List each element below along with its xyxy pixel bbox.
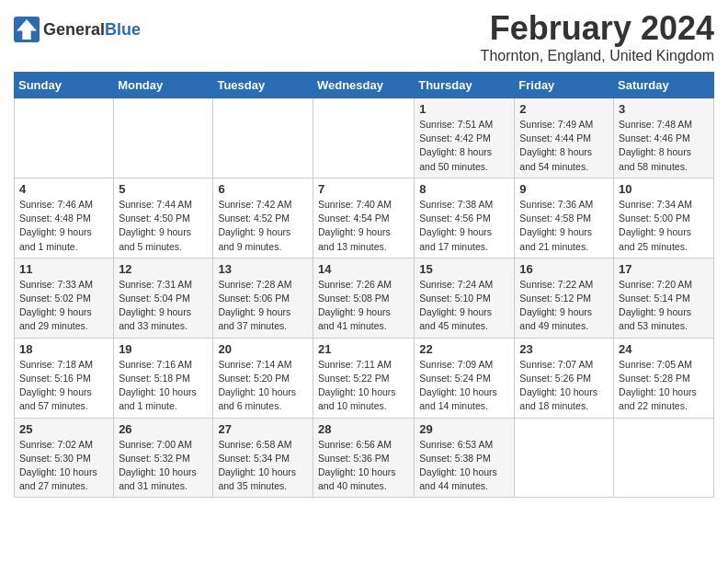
- day-number: 18: [19, 342, 108, 356]
- logo-text: GeneralBlue: [43, 20, 141, 40]
- calendar-cell: 13Sunrise: 7:28 AMSunset: 5:06 PMDayligh…: [213, 258, 313, 338]
- day-info: Sunrise: 7:02 AMSunset: 5:30 PMDaylight:…: [19, 438, 108, 494]
- day-number: 15: [419, 262, 509, 276]
- week-row-1: 1Sunrise: 7:51 AMSunset: 4:42 PMDaylight…: [15, 98, 714, 178]
- day-info: Sunrise: 7:09 AMSunset: 5:24 PMDaylight:…: [419, 358, 509, 414]
- calendar-table: SundayMondayTuesdayWednesdayThursdayFrid…: [14, 72, 714, 498]
- calendar-cell: 17Sunrise: 7:20 AMSunset: 5:14 PMDayligh…: [614, 258, 714, 338]
- calendar-cell: 3Sunrise: 7:48 AMSunset: 4:46 PMDaylight…: [614, 98, 714, 178]
- day-number: 12: [119, 262, 208, 276]
- calendar-header: SundayMondayTuesdayWednesdayThursdayFrid…: [15, 73, 714, 98]
- week-row-3: 11Sunrise: 7:33 AMSunset: 5:02 PMDayligh…: [15, 258, 714, 338]
- header: GeneralBlue February 2024 Thornton, Engl…: [14, 9, 714, 64]
- week-row-2: 4Sunrise: 7:46 AMSunset: 4:48 PMDaylight…: [15, 178, 714, 258]
- calendar-cell: 8Sunrise: 7:38 AMSunset: 4:56 PMDaylight…: [415, 178, 515, 258]
- day-number: 16: [519, 262, 609, 276]
- month-title: February 2024: [481, 9, 714, 48]
- calendar-cell: 4Sunrise: 7:46 AMSunset: 4:48 PMDaylight…: [15, 178, 114, 258]
- calendar-cell: 24Sunrise: 7:05 AMSunset: 5:28 PMDayligh…: [614, 338, 714, 418]
- calendar-cell: 7Sunrise: 7:40 AMSunset: 4:54 PMDaylight…: [313, 178, 414, 258]
- calendar-cell: [614, 418, 714, 498]
- calendar-cell: 16Sunrise: 7:22 AMSunset: 5:12 PMDayligh…: [515, 258, 614, 338]
- header-day-tuesday: Tuesday: [213, 73, 313, 98]
- calendar-cell: 26Sunrise: 7:00 AMSunset: 5:32 PMDayligh…: [114, 418, 213, 498]
- day-number: 10: [619, 182, 709, 196]
- day-number: 17: [619, 262, 709, 276]
- day-info: Sunrise: 7:36 AMSunset: 4:58 PMDaylight:…: [519, 198, 609, 254]
- day-number: 13: [218, 262, 308, 276]
- day-number: 3: [619, 102, 709, 116]
- calendar-cell: 21Sunrise: 7:11 AMSunset: 5:22 PMDayligh…: [313, 338, 414, 418]
- calendar-cell: 1Sunrise: 7:51 AMSunset: 4:42 PMDaylight…: [415, 98, 515, 178]
- logo: GeneralBlue: [14, 17, 141, 42]
- day-info: Sunrise: 6:58 AMSunset: 5:34 PMDaylight:…: [218, 438, 308, 494]
- day-info: Sunrise: 7:48 AMSunset: 4:46 PMDaylight:…: [619, 118, 709, 174]
- calendar-cell: [515, 418, 614, 498]
- header-row: SundayMondayTuesdayWednesdayThursdayFrid…: [15, 73, 714, 98]
- day-info: Sunrise: 7:46 AMSunset: 4:48 PMDaylight:…: [19, 198, 108, 254]
- header-day-monday: Monday: [114, 73, 213, 98]
- location: Thornton, England, United Kingdom: [481, 48, 714, 64]
- day-number: 27: [218, 422, 308, 436]
- logo-icon: [14, 17, 40, 42]
- day-info: Sunrise: 7:51 AMSunset: 4:42 PMDaylight:…: [419, 118, 509, 174]
- day-number: 26: [119, 422, 208, 436]
- calendar-cell: 27Sunrise: 6:58 AMSunset: 5:34 PMDayligh…: [213, 418, 313, 498]
- calendar-cell: [15, 98, 114, 178]
- day-number: 23: [519, 342, 609, 356]
- calendar-cell: 12Sunrise: 7:31 AMSunset: 5:04 PMDayligh…: [114, 258, 213, 338]
- day-info: Sunrise: 6:56 AMSunset: 5:36 PMDaylight:…: [318, 438, 409, 494]
- calendar-cell: 25Sunrise: 7:02 AMSunset: 5:30 PMDayligh…: [15, 418, 114, 498]
- day-number: 2: [519, 102, 609, 116]
- calendar-cell: 14Sunrise: 7:26 AMSunset: 5:08 PMDayligh…: [313, 258, 414, 338]
- day-info: Sunrise: 7:34 AMSunset: 5:00 PMDaylight:…: [619, 198, 709, 254]
- day-info: Sunrise: 7:22 AMSunset: 5:12 PMDaylight:…: [519, 278, 609, 334]
- day-info: Sunrise: 7:24 AMSunset: 5:10 PMDaylight:…: [419, 278, 509, 334]
- calendar-cell: 9Sunrise: 7:36 AMSunset: 4:58 PMDaylight…: [515, 178, 614, 258]
- day-info: Sunrise: 7:31 AMSunset: 5:04 PMDaylight:…: [119, 278, 208, 334]
- day-info: Sunrise: 7:11 AMSunset: 5:22 PMDaylight:…: [318, 358, 409, 414]
- calendar-cell: [114, 98, 213, 178]
- calendar-cell: 11Sunrise: 7:33 AMSunset: 5:02 PMDayligh…: [15, 258, 114, 338]
- day-number: 4: [19, 182, 108, 196]
- day-number: 1: [419, 102, 509, 116]
- day-info: Sunrise: 7:42 AMSunset: 4:52 PMDaylight:…: [218, 198, 308, 254]
- header-day-saturday: Saturday: [614, 73, 714, 98]
- day-info: Sunrise: 7:28 AMSunset: 5:06 PMDaylight:…: [218, 278, 308, 334]
- calendar-body: 1Sunrise: 7:51 AMSunset: 4:42 PMDaylight…: [15, 98, 714, 498]
- day-number: 25: [19, 422, 108, 436]
- calendar-cell: 15Sunrise: 7:24 AMSunset: 5:10 PMDayligh…: [415, 258, 515, 338]
- day-info: Sunrise: 7:00 AMSunset: 5:32 PMDaylight:…: [119, 438, 208, 494]
- day-info: Sunrise: 6:53 AMSunset: 5:38 PMDaylight:…: [419, 438, 509, 494]
- day-info: Sunrise: 7:49 AMSunset: 4:44 PMDaylight:…: [519, 118, 609, 174]
- day-info: Sunrise: 7:16 AMSunset: 5:18 PMDaylight:…: [119, 358, 208, 414]
- day-info: Sunrise: 7:33 AMSunset: 5:02 PMDaylight:…: [19, 278, 108, 334]
- day-number: 7: [318, 182, 409, 196]
- day-number: 22: [419, 342, 509, 356]
- day-number: 14: [318, 262, 409, 276]
- calendar-cell: 2Sunrise: 7:49 AMSunset: 4:44 PMDaylight…: [515, 98, 614, 178]
- day-number: 21: [318, 342, 409, 356]
- calendar-cell: 10Sunrise: 7:34 AMSunset: 5:00 PMDayligh…: [614, 178, 714, 258]
- day-info: Sunrise: 7:44 AMSunset: 4:50 PMDaylight:…: [119, 198, 208, 254]
- day-info: Sunrise: 7:14 AMSunset: 5:20 PMDaylight:…: [218, 358, 308, 414]
- calendar-cell: [313, 98, 414, 178]
- header-day-friday: Friday: [515, 73, 614, 98]
- header-day-wednesday: Wednesday: [313, 73, 414, 98]
- day-number: 9: [519, 182, 609, 196]
- header-day-thursday: Thursday: [415, 73, 515, 98]
- day-number: 11: [19, 262, 108, 276]
- calendar-cell: 22Sunrise: 7:09 AMSunset: 5:24 PMDayligh…: [415, 338, 515, 418]
- day-info: Sunrise: 7:38 AMSunset: 4:56 PMDaylight:…: [419, 198, 509, 254]
- day-number: 28: [318, 422, 409, 436]
- week-row-5: 25Sunrise: 7:02 AMSunset: 5:30 PMDayligh…: [15, 418, 714, 498]
- title-area: February 2024 Thornton, England, United …: [481, 9, 714, 64]
- calendar-cell: [213, 98, 313, 178]
- day-info: Sunrise: 7:05 AMSunset: 5:28 PMDaylight:…: [619, 358, 709, 414]
- day-info: Sunrise: 7:40 AMSunset: 4:54 PMDaylight:…: [318, 198, 409, 254]
- week-row-4: 18Sunrise: 7:18 AMSunset: 5:16 PMDayligh…: [15, 338, 714, 418]
- calendar-cell: 28Sunrise: 6:56 AMSunset: 5:36 PMDayligh…: [313, 418, 414, 498]
- day-number: 19: [119, 342, 208, 356]
- day-number: 8: [419, 182, 509, 196]
- day-number: 29: [419, 422, 509, 436]
